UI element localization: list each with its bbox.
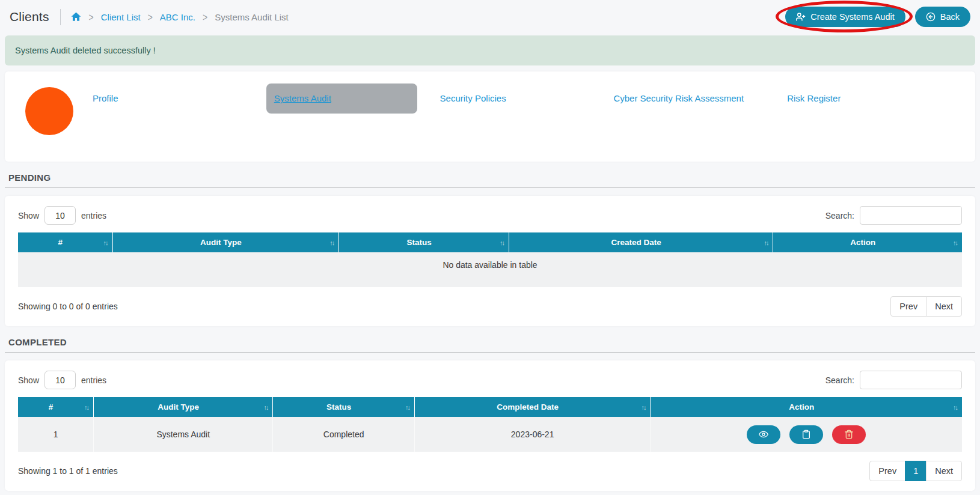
column-label: Action	[789, 402, 814, 411]
sort-icon: ↑↓	[953, 238, 957, 246]
sort-icon: ↑↓	[405, 403, 409, 410]
client-card: Profile Systems Audit Security Policies …	[5, 71, 975, 162]
entries-label: entries	[81, 211, 106, 220]
pending-search-control: Search:	[825, 206, 962, 225]
completed-table-controls: Show entries Search:	[18, 371, 962, 389]
completed-table: #↑↓ Audit Type↑↓ Status↑↓ Completed Date…	[18, 397, 962, 452]
pending-summary: Showing 0 to 0 of 0 entries	[18, 302, 118, 311]
trash-icon	[844, 430, 854, 439]
completed-col-status[interactable]: Status↑↓	[273, 397, 415, 417]
completed-table-row: 1 Systems Audit Completed 2023-06-21	[18, 417, 962, 452]
completed-search-input[interactable]	[860, 371, 962, 389]
delete-button[interactable]	[832, 425, 866, 444]
row-status-cell: Completed	[273, 417, 415, 452]
tab-security-policies[interactable]: Security Policies	[440, 93, 506, 103]
sort-icon: ↑↓	[764, 238, 768, 246]
view-button[interactable]	[747, 425, 780, 444]
tab-cyber-security-risk-assessment[interactable]: Cyber Security Risk Assessment	[613, 93, 744, 103]
sort-icon: ↑↓	[641, 403, 645, 410]
create-button-wrap: Create Systems Audit	[785, 7, 905, 27]
completed-search-control: Search:	[825, 371, 962, 389]
completed-col-audit-type[interactable]: Audit Type↑↓	[94, 397, 273, 417]
client-avatar	[25, 87, 73, 135]
completed-col-action[interactable]: Action↑↓	[651, 397, 962, 417]
entries-label: entries	[81, 375, 106, 385]
pending-section-heading: PENDING	[5, 172, 975, 188]
pending-table-footer: Showing 0 to 0 of 0 entries Prev Next	[18, 296, 962, 317]
tab-risk-register[interactable]: Risk Register	[787, 93, 841, 103]
sort-icon: ↑↓	[329, 238, 334, 246]
completed-page-1-button[interactable]: 1	[905, 461, 926, 481]
action-buttons	[655, 425, 957, 444]
pending-page-size-input[interactable]	[44, 206, 76, 225]
tab-systems-audit[interactable]: Systems Audit	[274, 93, 331, 103]
client-tabs: Profile Systems Audit Security Policies …	[93, 85, 961, 135]
column-label: Audit Type	[200, 238, 242, 247]
breadcrumb: > Client List > ABC Inc. > Systems Audit…	[70, 11, 289, 23]
breadcrumb-client-list[interactable]: Client List	[101, 12, 141, 22]
pending-table-card: Show entries Search: #↑↓ Audit Type↑↓ St…	[5, 196, 975, 326]
tab-systems-audit-active[interactable]: Systems Audit	[266, 84, 417, 114]
sort-icon: ↑↓	[500, 238, 504, 246]
completed-summary: Showing 1 to 1 of 1 entries	[18, 466, 118, 476]
empty-message: No data available in table	[18, 252, 962, 287]
tab-cyber-risk-cell: Cyber Security Risk Assessment	[613, 93, 787, 104]
completed-header-row: #↑↓ Audit Type↑↓ Status↑↓ Completed Date…	[18, 397, 962, 417]
pending-col-created-date[interactable]: Created Date↑↓	[509, 232, 773, 252]
create-button-label: Create Systems Audit	[810, 12, 894, 22]
chevron-right-icon: >	[148, 10, 153, 23]
arrow-left-circle-icon	[926, 12, 936, 22]
tab-profile-cell: Profile	[93, 93, 266, 104]
copy-button[interactable]	[789, 425, 823, 444]
completed-length-control: Show entries	[18, 371, 106, 389]
completed-page-size-input[interactable]	[44, 371, 76, 389]
completed-col-completed-date[interactable]: Completed Date↑↓	[414, 397, 651, 417]
eye-icon	[759, 430, 768, 439]
chevron-right-icon: >	[203, 10, 207, 23]
row-index-cell: 1	[18, 417, 94, 452]
pending-prev-button[interactable]: Prev	[890, 296, 926, 317]
pending-col-index[interactable]: #↑↓	[18, 232, 112, 252]
breadcrumb-abc-inc[interactable]: ABC Inc.	[160, 12, 195, 22]
breadcrumb-current: Systems Audit List	[215, 12, 289, 22]
tab-security-policies-cell: Security Policies	[440, 93, 614, 104]
row-action-cell	[651, 417, 962, 452]
back-button-label: Back	[940, 12, 960, 22]
title-divider	[60, 9, 61, 25]
column-label: Created Date	[611, 238, 661, 247]
back-button[interactable]: Back	[915, 7, 970, 27]
sort-icon: ↑↓	[103, 238, 108, 246]
row-completed-date-cell: 2023-06-21	[414, 417, 651, 452]
row-audit-type-cell: Systems Audit	[94, 417, 273, 452]
column-label: Status	[406, 238, 431, 247]
pending-next-button[interactable]: Next	[926, 296, 962, 317]
completed-section-heading: COMPLETED	[5, 337, 975, 353]
sort-icon: ↑↓	[84, 403, 88, 410]
column-label: Status	[326, 402, 351, 411]
column-label: Action	[850, 238, 875, 247]
column-label: Audit Type	[158, 402, 199, 411]
clipboard-icon	[801, 430, 811, 439]
home-icon[interactable]	[70, 11, 82, 23]
create-systems-audit-button[interactable]: Create Systems Audit	[785, 7, 905, 27]
pending-col-audit-type[interactable]: Audit Type↑↓	[112, 232, 339, 252]
completed-next-button[interactable]: Next	[926, 461, 962, 481]
tab-risk-register-cell: Risk Register	[787, 93, 961, 104]
completed-col-index[interactable]: #↑↓	[18, 397, 94, 417]
completed-table-card: Show entries Search: #↑↓ Audit Type↑↓ St…	[5, 360, 975, 491]
pending-col-action[interactable]: Action↑↓	[773, 232, 962, 252]
pending-length-control: Show entries	[18, 206, 106, 225]
pending-pagination: Prev Next	[890, 296, 962, 317]
search-label: Search:	[825, 211, 854, 220]
tab-profile[interactable]: Profile	[93, 93, 118, 103]
column-label: Completed Date	[497, 402, 559, 411]
pending-col-status[interactable]: Status↑↓	[339, 232, 509, 252]
column-label: #	[49, 402, 54, 411]
pending-header-row: #↑↓ Audit Type↑↓ Status↑↓ Created Date↑↓…	[18, 232, 962, 252]
completed-table-footer: Showing 1 to 1 of 1 entries Prev 1 Next	[18, 461, 962, 481]
search-label: Search:	[825, 375, 854, 385]
pending-search-input[interactable]	[860, 206, 962, 225]
top-bar: Clients > Client List > ABC Inc. > Syste…	[0, 0, 980, 32]
completed-prev-button[interactable]: Prev	[869, 461, 905, 481]
pending-table: #↑↓ Audit Type↑↓ Status↑↓ Created Date↑↓…	[18, 232, 962, 287]
